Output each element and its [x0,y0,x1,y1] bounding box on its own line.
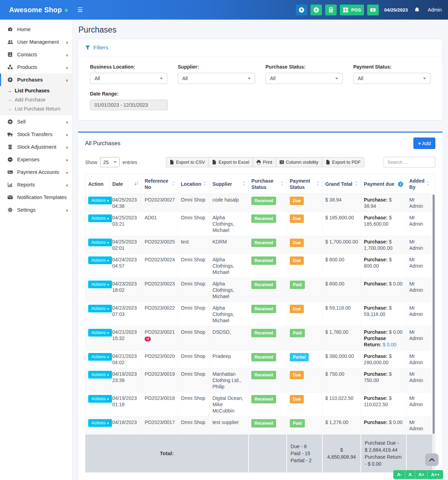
sidebar-item-expenses[interactable]: Expenses‹ [0,153,72,166]
add-purchase-button[interactable]: + Add [413,137,435,149]
payment-due-cell: Purchase: $ 0.00 Purchase Return: $ 0.00 [361,326,406,351]
export-to-pdf-button[interactable]: Export to PDF [322,157,365,167]
purchase-status-badge[interactable]: Received [251,256,276,265]
payment-status-badge[interactable]: Paid [290,419,305,428]
row-actions-button[interactable]: Actions▾ [88,239,112,246]
purchase-return-badge[interactable]: ↺ [145,337,151,341]
sidebar-item-products[interactable]: Products‹ [0,61,72,73]
row-actions-button[interactable]: Actions▾ [88,353,112,361]
date-range-input[interactable] [90,100,168,110]
font-size-button-a[interactable]: A- [394,471,405,479]
payment-status-badge[interactable]: Due [290,214,304,223]
sidebar-subitem-add-purchase[interactable]: →Add Purchase [0,95,72,104]
row-actions-button[interactable]: Actions▾ [88,395,112,403]
payment-status-badge[interactable]: Due [290,239,304,247]
purchase-status-badge[interactable]: Received [251,197,276,205]
payment-status-badge[interactable]: Paid [290,281,305,289]
payment-status-cell: Due [287,254,322,278]
info-icon[interactable]: i [398,182,403,187]
print-button[interactable]: Print [253,157,276,167]
purchase-return-amount-link[interactable]: $ 0.00 [383,342,396,347]
export-to-csv-button[interactable]: Export to CSV [166,157,209,167]
row-actions-button[interactable]: Actions▾ [88,305,112,312]
column-header-date[interactable]: Date [109,174,141,194]
row-actions-button[interactable]: Actions▾ [88,256,112,264]
sidebar-subitem-list-purchase-return[interactable]: →List Purchase Return [0,104,72,113]
row-actions-button[interactable]: Actions▾ [88,214,112,222]
payment-status-badge[interactable]: Due [290,395,304,403]
font-size-button-a[interactable]: A [405,471,415,479]
sidebar-item-notification-templates[interactable]: Notification Templates [0,191,72,204]
row-actions-button[interactable]: Actions▾ [88,371,112,379]
calculator-button[interactable] [325,5,337,15]
brand-logo[interactable]: Awesome Shop [0,0,72,20]
sidebar-item-sell[interactable]: Sell‹ [0,115,72,128]
cash-register-button[interactable] [367,5,379,15]
purchase-status-badge[interactable]: Received [251,214,276,223]
row-actions-button[interactable]: Actions▾ [88,281,112,288]
column-header-grand-total[interactable]: Grand Total [322,174,361,194]
font-size-button-a[interactable]: A++ [428,471,443,479]
row-actions-button[interactable]: Actions▾ [88,197,112,204]
purchase-status-badge[interactable]: Received [251,329,276,337]
sidebar-item-reports[interactable]: Reports‹ [0,178,72,191]
purchase-status-select[interactable]: All [266,73,343,84]
scrollbar-thumb[interactable] [433,195,435,434]
filters-header[interactable]: Filters [78,39,442,56]
sidebar-item-settings[interactable]: Settings‹ [0,204,72,216]
column-header-supplier[interactable]: Supplier [209,174,248,194]
select-value: All [358,76,363,81]
payment-status-select[interactable]: All [353,73,430,84]
action-cell: Actions▾ [85,236,109,254]
notifications-bell-button[interactable] [414,7,420,13]
column-header-location[interactable]: Location [178,174,209,194]
table-scrollbar[interactable] [432,194,435,472]
purchase-status-badge[interactable]: Received [251,395,276,403]
download-purchases-button[interactable] [296,5,307,15]
sidebar-item-purchases[interactable]: Purchases‹ [0,73,72,86]
purchase-status-badge[interactable]: Received [251,353,276,361]
payment-status-badge[interactable]: Due [290,197,304,205]
payment-status-badge[interactable]: Due [290,256,304,265]
sidebar-item-contacts[interactable]: Contacts‹ [0,48,72,61]
table-search-input[interactable] [384,157,435,168]
column-header-payment-status[interactable]: Payment Status [287,174,322,194]
row-date: 04/18/2023 [112,419,139,425]
scroll-to-top-button[interactable] [425,453,439,466]
purchase-status-badge[interactable]: Received [251,239,276,247]
sidebar-item-home[interactable]: Home [0,23,72,36]
row-date: 04/19/2023 [112,395,139,401]
supplier-select[interactable]: All [178,73,255,84]
purchase-status-badge[interactable]: Received [251,305,276,313]
column-header-added-by[interactable]: Added By [406,174,432,194]
column-visibility-button[interactable]: Column visibility [276,157,322,167]
column-header-reference-no[interactable]: Reference No [142,174,178,194]
payment-status-badge[interactable]: Due [290,305,304,313]
column-header-purchase-status[interactable]: Purchase Status [248,174,287,194]
payment-status-badge[interactable]: Partial [290,353,309,361]
purchases-table-wrapper: ActionDateReference NoLocationSupplierPu… [85,174,435,473]
export-to-excel-button[interactable]: Export to Excel [208,157,253,167]
sidebar-subitem-list-purchases[interactable]: →List Purchases [0,86,72,95]
business-location-select[interactable]: All [90,73,167,84]
hamburger-menu-icon[interactable]: ☰ [77,7,83,13]
purchase-status-badge[interactable]: Received [251,281,276,289]
row-actions-button[interactable]: Actions▾ [88,329,112,337]
payment-status-cell: Due [287,302,322,326]
quick-add-button[interactable] [310,5,322,15]
row-actions-button[interactable]: Actions▾ [88,419,112,427]
purchase-status-badge[interactable]: Received [251,419,276,428]
purchase-status-badge[interactable]: Received [251,371,276,379]
font-size-button-a[interactable]: A+ [415,471,428,479]
sidebar-item-stock-transfers[interactable]: Stock Transfers‹ [0,128,72,141]
payment-status-badge[interactable]: Paid [290,329,305,337]
user-menu[interactable]: Admin [428,7,442,13]
reference-no: PO2023/0027 [145,197,175,203]
sidebar-item-user-management[interactable]: User Management‹ [0,36,72,48]
pos-button[interactable]: POS [340,5,364,15]
address-book-icon [7,52,13,58]
page-length-select[interactable]: 25 [100,157,120,167]
sidebar-item-stock-adjustment[interactable]: Stock Adjustment‹ [0,141,72,153]
payment-status-badge[interactable]: Due [290,371,304,379]
sidebar-item-payment-accounts[interactable]: Payment Accounts‹ [0,166,72,178]
